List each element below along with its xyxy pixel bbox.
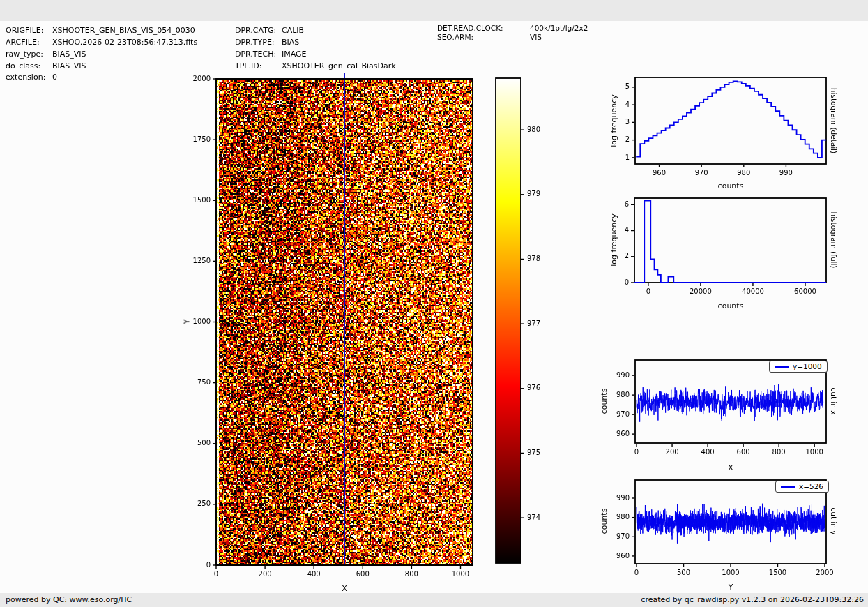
- cut-y-x-label: Y: [729, 583, 733, 592]
- rawtype-label: raw_type:: [6, 50, 43, 59]
- doclass-label: do_class:: [6, 61, 40, 70]
- rawtype-value: BIAS_VIS: [52, 50, 86, 59]
- cut-x-right-label: cut in x: [830, 387, 838, 414]
- hist-full-x-label: counts: [718, 301, 744, 310]
- arcfile-label: ARCFILE:: [6, 38, 40, 47]
- legend-line-sample: [781, 486, 795, 488]
- dpr-catg-label: DPR.CATG:: [235, 26, 276, 35]
- footer-credit-right: created by qc_rawdisp.py v1.2.3 on 2026-…: [641, 593, 864, 607]
- origfile-value: XSHOOTER_GEN_BIAS_VIS_054_0030: [52, 26, 195, 35]
- cut-y-y-label: counts: [600, 509, 609, 534]
- footer-credit-left: powered by QC: www.eso.org/HC: [6, 593, 132, 607]
- extension-label: extension:: [6, 73, 45, 82]
- cut-y-legend-text: x=526: [799, 482, 823, 490]
- cut-y-legend: x=526: [775, 481, 829, 493]
- cut-x-legend: y=1000: [769, 361, 828, 373]
- origfile-label: ORIGFILE:: [6, 26, 43, 35]
- doclass-value: BIAS_VIS: [52, 61, 86, 70]
- tpl-id-label: TPL.ID:: [235, 61, 261, 70]
- hist-full-right-label: histogram (full): [830, 212, 838, 269]
- dpr-tech-value: IMAGE: [282, 50, 307, 59]
- tpl-id-value: XSHOOTER_gen_cal_BiasDark: [282, 61, 396, 70]
- seq-arm-value: VIS: [530, 33, 542, 41]
- extension-value: 0: [52, 73, 57, 82]
- dpr-type-value: BIAS: [282, 38, 299, 47]
- dpr-catg-value: CALIB: [282, 26, 304, 35]
- cut-x-legend-text: y=1000: [793, 362, 822, 370]
- read-clock-label: DET.READ.CLOCK:: [437, 24, 503, 32]
- read-clock-value: 400k/1pt/lg/2x2: [530, 24, 588, 32]
- legend-line-sample: [775, 366, 789, 368]
- cut-y-right-label: cut in y: [830, 507, 838, 534]
- cut-x-y-label: counts: [600, 389, 609, 414]
- dpr-tech-label: DPR.TECH:: [235, 50, 276, 59]
- seq-arm-label: SEQ.ARM:: [437, 33, 473, 41]
- arcfile-value: XSHOO.2026-02-23T08:56:47.313.fits: [52, 38, 197, 47]
- dpr-type-label: DPR.TYPE:: [235, 38, 275, 47]
- hist-detail-right-label: histogram (detail): [830, 88, 838, 153]
- main-y-axis-label: Y: [183, 320, 192, 324]
- header-strip: [0, 0, 868, 21]
- hist-detail-x-label: counts: [718, 181, 744, 190]
- main-x-axis-label: X: [342, 584, 347, 593]
- hist-detail-y-label: log frequency: [609, 94, 618, 147]
- cut-x-x-label: X: [728, 463, 733, 472]
- hist-full-y-label: log frequency: [609, 213, 618, 266]
